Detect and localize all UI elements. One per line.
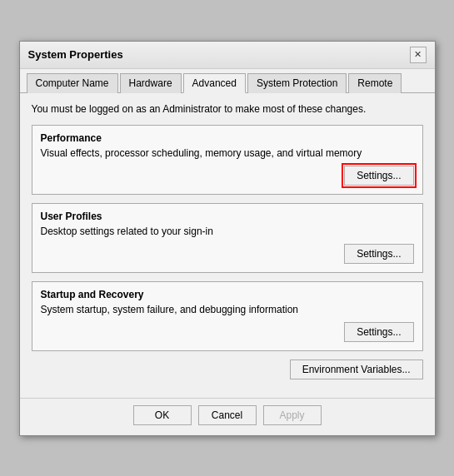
title-bar: System Properties ✕ <box>20 42 435 69</box>
startup-recovery-title: Startup and Recovery <box>41 289 414 300</box>
admin-note: You must be logged on as an Administrato… <box>32 103 423 115</box>
tab-computer-name[interactable]: Computer Name <box>27 73 118 93</box>
startup-recovery-desc: System startup, system failure, and debu… <box>41 304 414 315</box>
tab-system-protection[interactable]: System Protection <box>247 73 347 93</box>
footer: OK Cancel Apply <box>20 398 435 435</box>
apply-button[interactable]: Apply <box>263 405 322 425</box>
environment-variables-button[interactable]: Environment Variables... <box>290 359 423 379</box>
close-button[interactable]: ✕ <box>410 47 427 63</box>
user-profiles-desc: Desktop settings related to your sign-in <box>41 226 414 237</box>
tab-advanced[interactable]: Advanced <box>183 73 246 93</box>
tab-remote[interactable]: Remote <box>348 73 402 93</box>
user-profiles-settings-button[interactable]: Settings... <box>344 244 413 264</box>
performance-settings-button[interactable]: Settings... <box>344 166 413 186</box>
cancel-button[interactable]: Cancel <box>198 405 257 425</box>
system-properties-window: System Properties ✕ Computer Name Hardwa… <box>19 41 436 436</box>
user-profiles-btn-row: Settings... <box>41 244 414 264</box>
tab-bar: Computer Name Hardware Advanced System P… <box>20 69 435 93</box>
startup-recovery-section: Startup and Recovery System startup, sys… <box>32 281 423 351</box>
startup-recovery-settings-button[interactable]: Settings... <box>344 322 413 342</box>
performance-section: Performance Visual effects, processor sc… <box>32 125 423 195</box>
env-btn-row: Environment Variables... <box>32 359 423 379</box>
performance-btn-row: Settings... <box>41 166 414 186</box>
user-profiles-title: User Profiles <box>41 211 414 222</box>
user-profiles-section: User Profiles Desktop settings related t… <box>32 203 423 273</box>
performance-desc: Visual effects, processor scheduling, me… <box>41 147 414 159</box>
window-title: System Properties <box>28 48 123 61</box>
performance-title: Performance <box>41 132 414 144</box>
content-area: You must be logged on as an Administrato… <box>20 93 435 398</box>
startup-recovery-btn-row: Settings... <box>41 322 414 342</box>
ok-button[interactable]: OK <box>133 405 192 425</box>
tab-hardware[interactable]: Hardware <box>120 73 182 93</box>
